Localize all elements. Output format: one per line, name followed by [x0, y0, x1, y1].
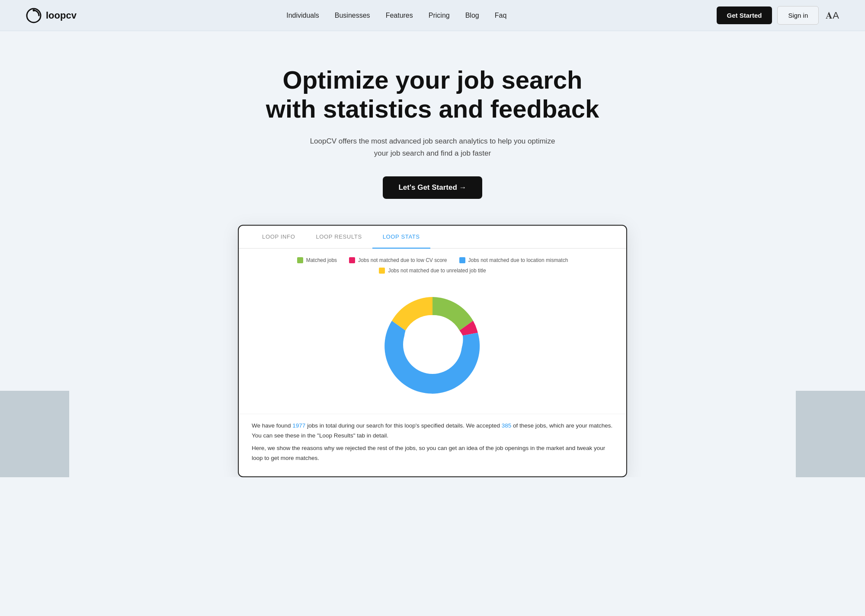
logo-text: loopcv: [46, 10, 77, 21]
donut-hole: [403, 315, 462, 374]
legend-label-location: Jobs not matched due to location mismatc…: [468, 257, 568, 263]
legend-low-cv: Jobs not matched due to low CV score: [349, 257, 447, 263]
navbar: loopcv Individuals Businesses Features P…: [0, 0, 865, 31]
nav-faq[interactable]: Faq: [495, 12, 507, 19]
logo[interactable]: loopcv: [26, 8, 77, 23]
chart-area: [239, 274, 626, 414]
nav-businesses[interactable]: Businesses: [335, 12, 370, 19]
legend-matched: Matched jobs: [297, 257, 337, 263]
chart-desc-line1: We have found 1977 jobs in total during …: [252, 421, 613, 441]
svg-point-1: [33, 9, 35, 11]
sign-in-button[interactable]: Sign in: [777, 6, 819, 25]
dashboard-card: LOOP INFO LOOP RESULTS LOOP STATS Matche…: [238, 225, 627, 477]
dashboard-wrapper: LOOP INFO LOOP RESULTS LOOP STATS Matche…: [0, 225, 865, 477]
desc-text-1: We have found: [252, 422, 292, 429]
legend-dot-low-cv: [349, 257, 355, 263]
nav-blog[interactable]: Blog: [465, 12, 479, 19]
jobs-total-link[interactable]: 1977: [292, 422, 305, 429]
nav-actions: Get Started Sign in 𝐀A: [717, 6, 839, 25]
nav-individuals[interactable]: Individuals: [286, 12, 319, 19]
legend-unrelated: Jobs not matched due to unrelated job ti…: [379, 268, 486, 274]
side-accent-left: [0, 391, 69, 477]
chart-legend: Matched jobs Jobs not matched due to low…: [239, 249, 626, 274]
jobs-accepted-link[interactable]: 385: [502, 422, 512, 429]
hero-subtitle: LoopCV offers the most advanced job sear…: [307, 135, 558, 159]
chart-description: We have found 1977 jobs in total during …: [239, 414, 626, 476]
side-accent-right: [796, 391, 865, 477]
hero-cta-button[interactable]: Let's Get Started →: [383, 176, 482, 199]
legend-label-unrelated: Jobs not matched due to unrelated job ti…: [388, 268, 486, 274]
legend-label-matched: Matched jobs: [306, 257, 337, 263]
desc-text-2: jobs in total during our search for this…: [305, 422, 501, 429]
tab-loop-results[interactable]: LOOP RESULTS: [305, 226, 372, 249]
nav-links: Individuals Businesses Features Pricing …: [286, 12, 506, 19]
hero-section: Optimize your job search with statistics…: [0, 31, 865, 225]
legend-location: Jobs not matched due to location mismatc…: [459, 257, 568, 263]
legend-label-low-cv: Jobs not matched due to low CV score: [358, 257, 447, 263]
logo-icon: [26, 8, 42, 23]
tab-loop-stats[interactable]: LOOP STATS: [372, 226, 430, 249]
donut-chart: [372, 284, 493, 405]
get-started-button[interactable]: Get Started: [717, 6, 772, 24]
legend-dot-location: [459, 257, 465, 263]
hero-title: Optimize your job search with statistics…: [264, 66, 601, 123]
chart-desc-line2: Here, we show the reasons why we rejecte…: [252, 444, 613, 463]
language-icon[interactable]: 𝐀A: [826, 10, 839, 21]
tab-bar: LOOP INFO LOOP RESULTS LOOP STATS: [239, 226, 626, 249]
page-content: Optimize your job search with statistics…: [0, 31, 865, 477]
tab-loop-info[interactable]: LOOP INFO: [252, 226, 305, 249]
nav-pricing[interactable]: Pricing: [429, 12, 450, 19]
legend-dot-unrelated: [379, 268, 385, 274]
nav-features[interactable]: Features: [386, 12, 413, 19]
legend-dot-matched: [297, 257, 303, 263]
